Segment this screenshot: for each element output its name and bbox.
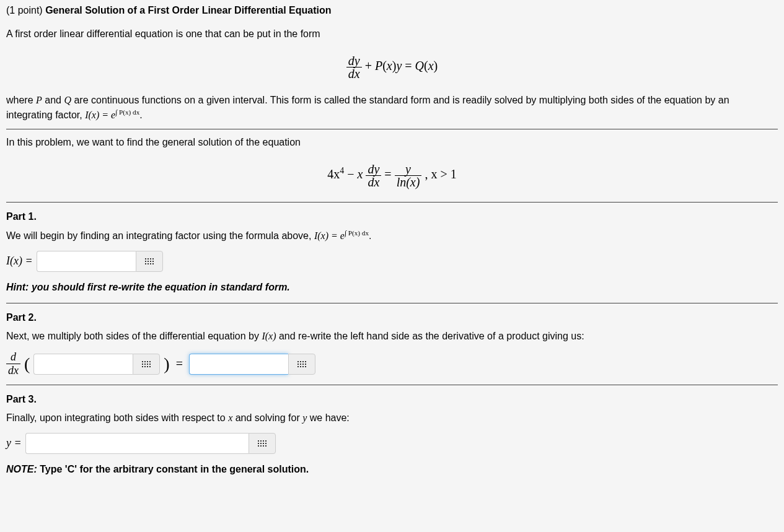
p2-eq-sign: =: [174, 357, 185, 371]
part3-input[interactable]: [25, 433, 249, 454]
intro-paragraph-1: A first order linear differential equati…: [6, 27, 778, 41]
note-label: NOTE:: [6, 464, 40, 474]
eq1-x2: x: [428, 59, 434, 72]
part1-input-group: [37, 251, 163, 272]
p1-if-exp: ∫ P(x) dx: [345, 229, 369, 237]
eq1-close2: ): [434, 59, 438, 72]
p2-Ix: I(x): [262, 331, 276, 341]
p2a: where: [6, 95, 36, 105]
eq2-4x: 4x: [327, 167, 340, 181]
eq2-eq: =: [384, 167, 394, 181]
p2ta: Next, we multiply both sides of the diff…: [6, 331, 262, 341]
part1-answer-row: I(x) =: [6, 251, 778, 272]
eq2-minus: −: [344, 167, 357, 181]
part1-label: I(x) =: [6, 255, 33, 268]
eq1-Q: Q: [415, 59, 424, 72]
part2-input-left[interactable]: [33, 354, 133, 375]
divider-3: [6, 303, 778, 303]
part3-label: y =: [6, 437, 22, 450]
p3tc: we have:: [307, 412, 349, 423]
if-dot: .: [139, 110, 142, 120]
part1-text: We will begin by finding an integrating …: [6, 229, 778, 243]
grid-icon: [297, 361, 306, 367]
part3-mathquill-button[interactable]: [249, 433, 276, 454]
equation-standard-form: dydx + P(x)y = Q(x): [6, 55, 778, 80]
p3tb: and solving for: [232, 412, 302, 423]
part3-input-group: [25, 433, 276, 454]
p1-if-dot: .: [369, 230, 371, 241]
p1-if-base: I(x) = e: [314, 230, 345, 241]
part2-title: Part 2.: [6, 312, 778, 323]
eq1-eq: =: [402, 59, 415, 72]
part3-note: NOTE: Type 'C' for the arbitrary constan…: [6, 463, 778, 476]
part1-title: Part 1.: [6, 211, 778, 222]
eq1-x1: x: [387, 59, 392, 72]
divider-4: [6, 385, 778, 385]
grid-icon: [145, 258, 154, 264]
part3-answer-row: y =: [6, 433, 778, 454]
p3ta: Finally, upon integrating both sides wit…: [6, 412, 228, 423]
part2-answer-row: d dx ( ) =: [6, 351, 778, 377]
p2tb: and re-write the left hand side as the d…: [276, 331, 584, 341]
part2-input-right[interactable]: [189, 354, 288, 375]
eq1-den: dx: [346, 68, 362, 80]
eq2-f1n: dy: [366, 163, 381, 176]
intro-paragraph-3: In this problem, we want to find the gen…: [6, 136, 778, 149]
part1-hint: Hint: you should first re-write the equa…: [6, 281, 778, 294]
p2-dd: dx: [6, 364, 20, 377]
equation-given: 4x4 − x dydx = yln(x) , x > 1: [6, 163, 778, 188]
note-text: Type 'C' for the arbitrary constant in t…: [40, 464, 309, 474]
intro-paragraph-2: where P and Q are continuous functions o…: [6, 94, 778, 122]
eq1-y: y: [396, 59, 402, 72]
part2-text: Next, we multiply both sides of the diff…: [6, 329, 778, 343]
problem-header: (1 point) General Solution of a First Or…: [6, 2, 778, 21]
eq1-num: dy: [346, 55, 362, 68]
p2-close-paren: ): [164, 355, 169, 373]
if-exp: ∫ P(x) dx: [115, 108, 139, 116]
eq2-f2d: ln(x): [395, 176, 422, 188]
part2-mathquill-button-1[interactable]: [133, 354, 160, 375]
p1ta: We will begin by finding an integrating …: [6, 230, 314, 241]
divider-2: [6, 202, 778, 203]
grid-icon: [142, 361, 151, 367]
eq2-f2n: y: [395, 163, 422, 176]
part1-input[interactable]: [37, 251, 136, 272]
p2-dn: d: [6, 351, 20, 364]
part2-input2-group: [189, 354, 315, 375]
part2-input1-group: [33, 354, 160, 375]
sym-Q: Q: [64, 95, 71, 105]
eq1-open2: (: [424, 59, 428, 72]
sym-P: P: [36, 95, 42, 105]
points-label: (1 point): [6, 5, 45, 15]
eq1-open1: (: [382, 59, 387, 72]
p2b: and: [42, 95, 64, 105]
divider-1: [6, 129, 778, 129]
eq2-cond: , x > 1: [425, 167, 456, 181]
problem-container: (1 point) General Solution of a First Or…: [0, 0, 784, 497]
part3-title: Part 3.: [6, 394, 778, 405]
if-base: I(x) = e: [85, 110, 115, 120]
problem-title: General Solution of a First Order Linear…: [45, 5, 331, 15]
eq1-plus: +: [365, 59, 375, 72]
eq2-f1d: dx: [366, 176, 381, 188]
part1-mathquill-button[interactable]: [136, 251, 163, 272]
part3-text: Finally, upon integrating both sides wit…: [6, 411, 778, 425]
part2-mathquill-button-2[interactable]: [288, 354, 315, 375]
eq2-x: x: [358, 167, 363, 181]
eq1-P: P: [375, 59, 382, 72]
p2-open-paren: (: [24, 355, 30, 373]
grid-icon: [258, 440, 266, 447]
